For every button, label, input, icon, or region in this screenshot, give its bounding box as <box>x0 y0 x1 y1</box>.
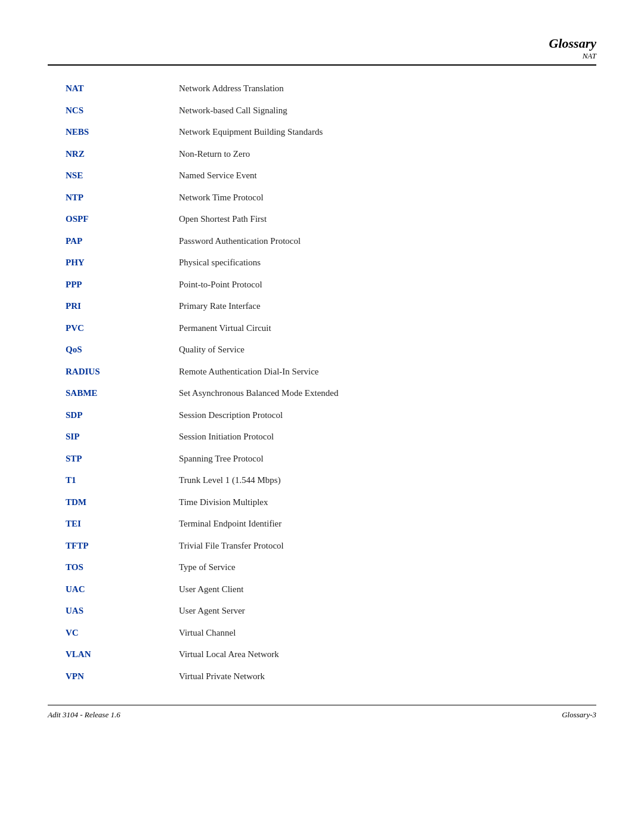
glossary-row: T1Trunk Level 1 (1.544 Mbps) <box>48 469 596 491</box>
glossary-definition: Network-based Call Signaling <box>179 100 596 122</box>
glossary-abbr: RADIUS <box>48 361 179 383</box>
glossary-definition: Network Address Translation <box>179 78 596 100</box>
glossary-row: PAPPassword Authentication Protocol <box>48 230 596 252</box>
glossary-row: NCSNetwork-based Call Signaling <box>48 100 596 122</box>
glossary-abbr: STP <box>48 448 179 470</box>
glossary-row: PVCPermanent Virtual Circuit <box>48 317 596 339</box>
glossary-abbr: TEI <box>48 513 179 535</box>
glossary-definition: Point-to-Point Protocol <box>179 274 596 296</box>
glossary-abbr: NTP <box>48 187 179 209</box>
glossary-abbr: OSPF <box>48 208 179 230</box>
top-divider <box>48 64 596 66</box>
header-title: Glossary <box>549 36 596 51</box>
glossary-definition: Named Service Event <box>179 165 596 187</box>
glossary-row: UASUser Agent Server <box>48 600 596 622</box>
page-header: Glossary NAT <box>48 36 596 61</box>
glossary-abbr: PAP <box>48 230 179 252</box>
glossary-abbr: NAT <box>48 78 179 100</box>
glossary-definition: Virtual Local Area Network <box>179 643 596 665</box>
glossary-row: SDPSession Description Protocol <box>48 404 596 426</box>
glossary-definition: Network Equipment Building Standards <box>179 121 596 143</box>
glossary-abbr: NEBS <box>48 121 179 143</box>
glossary-abbr: SDP <box>48 404 179 426</box>
glossary-abbr: NCS <box>48 100 179 122</box>
glossary-row: TOSType of Service <box>48 556 596 578</box>
glossary-table: NATNetwork Address TranslationNCSNetwork… <box>48 78 596 687</box>
glossary-row: VPNVirtual Private Network <box>48 665 596 688</box>
glossary-row: OSPFOpen Shortest Path First <box>48 208 596 230</box>
glossary-definition: Virtual Channel <box>179 622 596 644</box>
glossary-definition: Open Shortest Path First <box>179 208 596 230</box>
glossary-row: TEITerminal Endpoint Identifier <box>48 513 596 535</box>
glossary-abbr: PVC <box>48 317 179 339</box>
glossary-row: VCVirtual Channel <box>48 622 596 644</box>
glossary-row: NTPNetwork Time Protocol <box>48 187 596 209</box>
glossary-row: NATNetwork Address Translation <box>48 78 596 100</box>
glossary-definition: Trivial File Transfer Protocol <box>179 535 596 557</box>
glossary-row: TFTPTrivial File Transfer Protocol <box>48 535 596 557</box>
footer-left: Adit 3104 - Release 1.6 <box>48 710 120 720</box>
glossary-definition: Remote Authentication Dial-In Service <box>179 361 596 383</box>
glossary-definition: User Agent Server <box>179 600 596 622</box>
glossary-abbr: UAC <box>48 578 179 600</box>
glossary-abbr: VLAN <box>48 643 179 665</box>
content-area: NATNetwork Address TranslationNCSNetwork… <box>48 78 596 687</box>
glossary-row: STPSpanning Tree Protocol <box>48 448 596 470</box>
glossary-definition: Permanent Virtual Circuit <box>179 317 596 339</box>
glossary-abbr: TFTP <box>48 535 179 557</box>
glossary-abbr: QoS <box>48 339 179 361</box>
glossary-definition: Trunk Level 1 (1.544 Mbps) <box>179 469 596 491</box>
glossary-abbr: VPN <box>48 665 179 688</box>
glossary-row: PHYPhysical specifications <box>48 252 596 274</box>
glossary-row: PRIPrimary Rate Interface <box>48 295 596 317</box>
glossary-row: PPPPoint-to-Point Protocol <box>48 274 596 296</box>
glossary-definition: Non-Return to Zero <box>179 143 596 165</box>
glossary-abbr: PHY <box>48 252 179 274</box>
glossary-abbr: VC <box>48 622 179 644</box>
glossary-definition: Type of Service <box>179 556 596 578</box>
glossary-row: UACUser Agent Client <box>48 578 596 600</box>
glossary-abbr: UAS <box>48 600 179 622</box>
glossary-abbr: SABME <box>48 382 179 404</box>
glossary-definition: Network Time Protocol <box>179 187 596 209</box>
footer-divider <box>48 705 596 705</box>
glossary-definition: Virtual Private Network <box>179 665 596 688</box>
glossary-definition: Quality of Service <box>179 339 596 361</box>
glossary-row: NSENamed Service Event <box>48 165 596 187</box>
glossary-abbr: PRI <box>48 295 179 317</box>
footer-right: Glossary-3 <box>562 710 596 720</box>
glossary-row: QoSQuality of Service <box>48 339 596 361</box>
glossary-definition: Session Initiation Protocol <box>179 426 596 448</box>
glossary-definition: Primary Rate Interface <box>179 295 596 317</box>
glossary-definition: Terminal Endpoint Identifier <box>179 513 596 535</box>
glossary-row: VLANVirtual Local Area Network <box>48 643 596 665</box>
header-right: Glossary NAT <box>549 36 596 61</box>
glossary-definition: Session Description Protocol <box>179 404 596 426</box>
glossary-abbr: TOS <box>48 556 179 578</box>
glossary-row: SIPSession Initiation Protocol <box>48 426 596 448</box>
glossary-definition: Time Division Multiplex <box>179 491 596 513</box>
glossary-row: NRZNon-Return to Zero <box>48 143 596 165</box>
page-footer: Adit 3104 - Release 1.6 Glossary-3 <box>48 710 596 720</box>
glossary-abbr: PPP <box>48 274 179 296</box>
glossary-definition: User Agent Client <box>179 578 596 600</box>
glossary-abbr: NRZ <box>48 143 179 165</box>
glossary-row: RADIUSRemote Authentication Dial-In Serv… <box>48 361 596 383</box>
glossary-row: TDMTime Division Multiplex <box>48 491 596 513</box>
glossary-row: NEBSNetwork Equipment Building Standards <box>48 121 596 143</box>
glossary-abbr: T1 <box>48 469 179 491</box>
glossary-definition: Spanning Tree Protocol <box>179 448 596 470</box>
glossary-abbr: TDM <box>48 491 179 513</box>
glossary-abbr: NSE <box>48 165 179 187</box>
header-subtitle: NAT <box>549 51 596 61</box>
glossary-definition: Password Authentication Protocol <box>179 230 596 252</box>
glossary-definition: Physical specifications <box>179 252 596 274</box>
glossary-abbr: SIP <box>48 426 179 448</box>
page: Glossary NAT NATNetwork Address Translat… <box>0 0 644 833</box>
glossary-definition: Set Asynchronous Balanced Mode Extended <box>179 382 596 404</box>
glossary-row: SABMESet Asynchronous Balanced Mode Exte… <box>48 382 596 404</box>
